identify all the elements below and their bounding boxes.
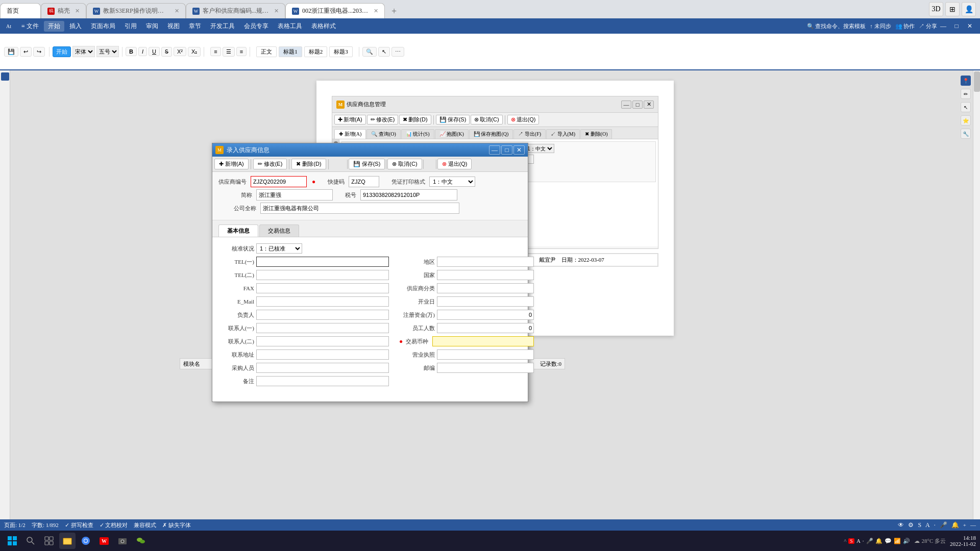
sync-btn[interactable]: ↑ 未同步 [870,22,891,30]
tab-erp[interactable]: W 教新S3ERP操作说明书_供应链 ✕ [86,3,186,18]
supplier-cancel-btn[interactable]: ⊗ 取消(C) [387,159,422,169]
taskbar-explorer[interactable] [59,533,76,549]
supplier-del-btn[interactable]: ✖ 删除(D) [291,159,326,169]
tax-no-field[interactable] [360,189,457,201]
browser-user-btn[interactable]: 👤 [962,2,976,16]
currency-field[interactable] [432,336,534,346]
menu-insert[interactable]: 插入 [65,21,86,32]
menu-member[interactable]: 会员专享 [240,21,273,32]
menu-references[interactable]: 引用 [120,21,141,32]
abbr-field[interactable] [256,189,333,201]
menu-start[interactable]: 开始 [44,21,64,32]
reg-capital-field[interactable] [437,310,534,320]
style-h1[interactable]: 标题1 [279,46,302,57]
redo-btn[interactable]: ↪ [33,47,45,57]
erp-close-btn[interactable]: ✕ [644,101,654,109]
supplier-edit-btn[interactable]: ✏ 修改(E) [253,159,287,169]
erp-nav-chart[interactable]: 📈 抱图(K) [435,129,469,139]
tray-a-icon[interactable]: A [856,538,861,544]
contact-field[interactable] [256,310,389,320]
undo-btn[interactable]: ↩ [20,47,32,57]
print-format-select[interactable]: 1：中文 [525,144,554,153]
map-icon[interactable]: 📍 [961,76,971,86]
start-button[interactable] [4,533,20,549]
supplier-tab-basic[interactable]: 基本信息 [218,224,258,237]
subscript-btn[interactable]: X₂ [188,47,201,57]
tray-wechat-icon[interactable]: 💬 [885,538,892,544]
tray-bell-icon[interactable]: 🔔 [875,538,883,544]
supplier-new-btn[interactable]: ✚ 新增(A) [214,159,249,169]
align-left-btn[interactable]: ≡ [210,47,220,56]
erp-new-btn[interactable]: ✚新增(A) [334,115,366,124]
remark-field[interactable] [256,376,389,386]
supplier-no-field[interactable] [251,176,307,187]
fax-field[interactable] [256,283,389,293]
status-a-btn[interactable]: A [925,521,930,529]
supplier-minimize-btn[interactable]: — [489,145,500,155]
doc-scrollbar-v[interactable] [973,70,980,531]
collab-btn[interactable]: 👥 协作 [895,22,915,30]
tab-zhejianq[interactable]: W 002浙江重强电器...203015001 ✕ [285,3,385,18]
menu-table-style[interactable]: 表格样式 [307,21,340,32]
star-icon[interactable]: ⭐ [961,115,971,126]
audit-status-select[interactable]: 1：已核准 [256,243,302,254]
email-field[interactable] [256,296,389,307]
spell-check[interactable]: ✓ 拼写检查 [65,521,93,529]
biz-license-field[interactable] [437,349,534,360]
erp-nav-query[interactable]: 🔍 查询(O) [366,129,400,139]
status-settings-btn[interactable]: ⚙ [908,521,914,529]
browser-3d-btn[interactable]: 3D [929,2,943,16]
bold-btn[interactable]: B [126,47,137,56]
taskbar-wechat[interactable] [133,533,149,549]
liaison2-field[interactable] [256,336,389,346]
edit-icon[interactable]: ✏ [961,89,971,99]
status-eye-btn[interactable]: 👁 [898,521,904,529]
italic-btn[interactable]: I [138,47,147,56]
supplier-save-btn[interactable]: 💾 保存(S) [349,159,385,169]
erp-save-btn[interactable]: 💾保存(S) [436,115,470,124]
erp-nav-stats[interactable]: 📊 统计(S) [401,129,434,139]
tray-dot-icon[interactable]: · [863,538,864,544]
status-mic-btn[interactable]: 🎤 [940,521,947,529]
taskbar-search[interactable] [22,533,39,549]
supplier-tab-trade[interactable]: 交易信息 [259,224,299,237]
erp-minimize-btn[interactable]: — [621,101,631,109]
doc-compare[interactable]: ✓ 文档校对 [100,521,128,529]
erp-cancel-btn[interactable]: ⊗取消(C) [471,115,502,124]
font-family-select[interactable]: 宋体 [72,46,95,57]
address-field[interactable] [256,349,389,360]
tel1-field[interactable] [256,257,389,267]
erp-nav-export[interactable]: ↗ 导出(F) [513,129,546,139]
tab-home[interactable]: 首页 [0,3,41,18]
share-btn[interactable]: ↗ 分享 [919,22,937,30]
tel2-field[interactable] [256,270,389,280]
tab-erp-close[interactable]: ✕ [175,8,179,14]
search-template[interactable]: 🔍 查找命令、搜索模板 [807,22,866,30]
underline-btn[interactable]: U [149,47,160,56]
tab-gaoke[interactable]: 稿 稿壳 ✕ [41,3,86,18]
supplier-restore-btn[interactable]: □ [501,145,512,155]
status-bell-btn[interactable]: 🔔 [951,521,959,529]
status-wps-btn[interactable]: S [918,521,921,529]
menu-chapter[interactable]: 章节 [185,21,205,32]
tab-customer[interactable]: W 客户和供应商编码...规则202105 ✕ [186,3,285,18]
employee-field[interactable] [437,323,534,333]
fullname-field[interactable] [260,203,459,214]
menu-table-tool[interactable]: 表格工具 [274,21,306,32]
tool-icon[interactable]: 🔧 [961,129,971,139]
word-close-btn[interactable]: ✕ [964,21,976,31]
tray-chevron-icon[interactable]: ^ [844,538,846,544]
taskbar-chrome[interactable] [78,533,94,549]
cursor-btn[interactable]: ↖ [378,47,390,57]
taskbar-clock[interactable]: 14:18 2022-11-02 [950,535,976,547]
menu-review[interactable]: 审阅 [142,21,162,32]
supplier-close-btn[interactable]: ✕ [513,145,525,155]
word-restore-btn[interactable]: □ [950,21,963,31]
word-minimize-btn[interactable]: — [937,21,949,31]
supplier-exit-btn[interactable]: ⊗ 退出(Q) [437,159,472,169]
style-h2[interactable]: 标题2 [304,46,328,57]
missing-font[interactable]: ✗ 缺失字体 [162,521,191,529]
menu-dev[interactable]: 开发工具 [206,21,239,32]
erp-nav-del[interactable]: ✖ 删除(O) [580,129,612,139]
erp-edit-btn[interactable]: ✏修改(E) [367,115,399,124]
